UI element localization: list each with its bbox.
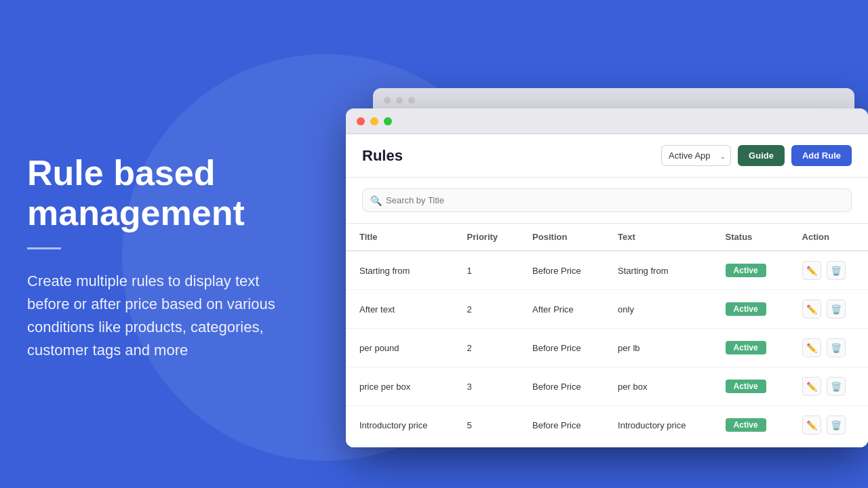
header-actions: Active App Guide Add Rule	[661, 145, 852, 166]
cell-action: ✏️ 🗑️	[789, 329, 868, 367]
browser-content: Rules Active App Guide Add Rule 🔍	[346, 134, 868, 447]
action-icons: ✏️ 🗑️	[802, 300, 854, 319]
left-panel: Rule based management Create multiple ru…	[0, 0, 326, 488]
table-row: After text 2 After Price only Active ✏️ …	[346, 290, 868, 329]
cell-text: Introductory price	[604, 406, 712, 445]
traffic-light-yellow[interactable]	[370, 117, 378, 125]
cell-priority: 2	[454, 329, 519, 367]
cell-title: Introductory price	[346, 406, 454, 445]
cell-status: Active	[712, 251, 789, 290]
right-panel: Rules Active App Guide Add Rule 🔍	[312, 0, 868, 488]
edit-button[interactable]: ✏️	[802, 338, 821, 357]
edit-button[interactable]: ✏️	[802, 377, 821, 396]
active-app-select-wrapper[interactable]: Active App	[661, 145, 731, 166]
delete-button[interactable]: 🗑️	[827, 415, 846, 434]
search-container: 🔍	[346, 178, 868, 224]
delete-button[interactable]: 🗑️	[827, 338, 846, 357]
status-badge: Active	[726, 380, 766, 393]
browser-window: Rules Active App Guide Add Rule 🔍	[346, 108, 868, 447]
cell-position: Before Price	[519, 406, 604, 445]
cell-text: only	[604, 290, 712, 329]
col-header-priority: Priority	[454, 224, 519, 251]
cell-status: Active	[712, 406, 789, 445]
col-header-position: Position	[519, 224, 604, 251]
action-icons: ✏️ 🗑️	[802, 377, 854, 396]
description-text: Create multiple rules to display text be…	[27, 270, 298, 362]
traffic-light-red[interactable]	[357, 117, 365, 125]
status-badge: Active	[726, 418, 766, 432]
cell-action: ✏️ 🗑️	[789, 406, 868, 445]
edit-button[interactable]: ✏️	[802, 415, 821, 434]
cell-priority: 5	[454, 406, 519, 445]
cell-priority: 1	[454, 251, 519, 290]
cell-title: After text	[346, 290, 454, 329]
edit-button[interactable]: ✏️	[802, 261, 821, 280]
cell-action: ✏️ 🗑️	[789, 290, 868, 329]
cell-status: Active	[712, 367, 789, 406]
table-row: Introductory price 5 Before Price Introd…	[346, 406, 868, 445]
table-row: price per box 3 Before Price per box Act…	[346, 367, 868, 406]
cell-title: per pound	[346, 329, 454, 367]
table-row: per pound 2 Before Price per lb Active ✏…	[346, 329, 868, 367]
action-icons: ✏️ 🗑️	[802, 338, 854, 357]
delete-button[interactable]: 🗑️	[827, 377, 846, 396]
cell-text: Starting from	[604, 251, 712, 290]
cell-title: price per box	[346, 367, 454, 406]
search-input-wrapper: 🔍	[362, 188, 852, 212]
table-header-row: Title Priority Position Text Status Acti…	[346, 224, 868, 251]
app-title: Rules	[362, 147, 403, 165]
guide-button[interactable]: Guide	[738, 145, 785, 166]
cell-position: After Price	[519, 290, 604, 329]
app-container: Rules Active App Guide Add Rule 🔍	[346, 134, 868, 447]
col-header-text: Text	[604, 224, 712, 251]
cell-priority: 3	[454, 367, 519, 406]
table-row: Starting from 1 Before Price Starting fr…	[346, 251, 868, 290]
cell-text: per lb	[604, 329, 712, 367]
main-heading: Rule based management	[27, 153, 298, 235]
cell-position: Before Price	[519, 367, 604, 406]
app-header: Rules Active App Guide Add Rule	[346, 134, 868, 178]
browser-titlebar	[346, 108, 868, 134]
delete-button[interactable]: 🗑️	[827, 261, 846, 280]
cell-position: Before Price	[519, 329, 604, 367]
action-icons: ✏️ 🗑️	[802, 261, 854, 280]
status-badge: Active	[726, 341, 766, 354]
cell-text: per box	[604, 367, 712, 406]
status-badge: Active	[726, 264, 766, 277]
col-header-action: Action	[789, 224, 868, 251]
active-app-select[interactable]: Active App	[661, 145, 731, 166]
cell-action: ✏️ 🗑️	[789, 367, 868, 406]
add-rule-button[interactable]: Add Rule	[791, 145, 852, 166]
cell-status: Active	[712, 329, 789, 367]
cell-title: Starting from	[346, 251, 454, 290]
edit-button[interactable]: ✏️	[802, 300, 821, 319]
cell-position: Before Price	[519, 251, 604, 290]
action-icons: ✏️ 🗑️	[802, 415, 854, 434]
cell-priority: 2	[454, 290, 519, 329]
col-header-title: Title	[346, 224, 454, 251]
rules-table: Title Priority Position Text Status Acti…	[346, 224, 868, 444]
col-header-status: Status	[712, 224, 789, 251]
delete-button[interactable]: 🗑️	[827, 300, 846, 319]
cell-action: ✏️ 🗑️	[789, 251, 868, 290]
divider	[27, 247, 61, 249]
search-input[interactable]	[362, 188, 852, 212]
rules-table-container: Title Priority Position Text Status Acti…	[346, 224, 868, 447]
cell-status: Active	[712, 290, 789, 329]
status-badge: Active	[726, 302, 766, 316]
traffic-light-green[interactable]	[384, 117, 392, 125]
search-icon: 🔍	[370, 195, 382, 206]
